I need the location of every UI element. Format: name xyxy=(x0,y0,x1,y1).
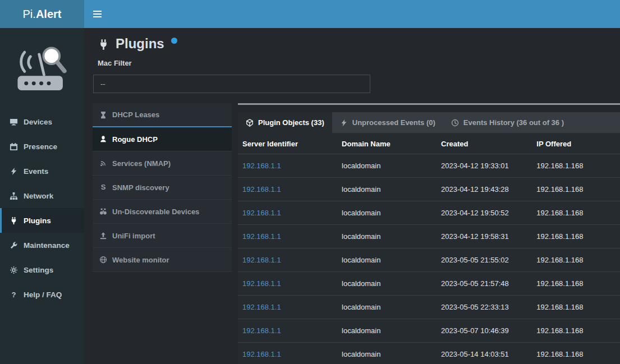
sidebar-item-help[interactable]: ? Help / FAQ xyxy=(0,282,84,307)
tab-label: Plugin Objects (33) xyxy=(258,118,324,127)
upload-icon xyxy=(99,232,107,239)
plugin-nav-label: Rogue DHCP xyxy=(112,135,158,144)
sidebar-item-network[interactable]: Network xyxy=(0,183,84,208)
globe-icon xyxy=(99,256,107,264)
cube-icon xyxy=(246,119,254,127)
mac-filter-select[interactable]: -- xyxy=(93,75,370,93)
column-header-created: Created xyxy=(437,133,532,154)
sitemap-icon xyxy=(10,192,18,200)
server-identifier-link[interactable]: 192.168.1.1 xyxy=(242,185,281,193)
sidebar-item-settings[interactable]: Settings xyxy=(0,257,84,282)
domain-name-cell: localdomain xyxy=(337,272,437,296)
plugin-objects-table: Server Identifier Domain Name Created IP… xyxy=(238,133,620,364)
bolt-icon xyxy=(10,167,18,176)
sidebar-item-presence[interactable]: Presence xyxy=(0,134,84,159)
plugins-content: DHCP Leases Rogue DHCP Services (NMAP) S… xyxy=(84,103,620,364)
plugin-nav-item-dhcp-leases[interactable]: DHCP Leases xyxy=(93,103,232,127)
ip-offered-cell: 192.168.1.168 xyxy=(532,201,620,225)
ip-offered-cell: 192.168.1.168 xyxy=(532,296,620,319)
domain-name-cell: localdomain xyxy=(337,343,437,364)
tab-unprocessed-events[interactable]: Unprocessed Events (0) xyxy=(332,112,443,133)
sidebar-item-label: Settings xyxy=(24,266,53,274)
created-cell: 2023-05-07 10:46:39 xyxy=(437,319,532,343)
calendar-icon xyxy=(10,142,18,151)
sidebar-item-label: Network xyxy=(24,192,53,200)
user-secret-icon xyxy=(99,135,107,143)
created-cell: 2023-05-05 21:55:02 xyxy=(437,248,532,272)
table-row: 192.168.1.1localdomain2023-04-12 19:58:3… xyxy=(238,225,620,248)
server-identifier-link[interactable]: 192.168.1.1 xyxy=(242,256,281,264)
page-header: Plugins xyxy=(84,28,620,56)
plug-icon xyxy=(10,216,18,225)
server-identifier-link[interactable]: 192.168.1.1 xyxy=(242,209,281,217)
table-row: 192.168.1.1localdomain2023-04-12 19:43:2… xyxy=(238,178,620,201)
ip-offered-cell: 192.168.1.168 xyxy=(532,248,620,272)
server-identifier-link[interactable]: 192.168.1.1 xyxy=(242,279,281,288)
ip-offered-cell: 192.168.1.168 xyxy=(532,225,620,248)
plugin-nav-label: Website monitor xyxy=(112,256,169,264)
sidebar-toggle-button[interactable] xyxy=(84,0,110,28)
sidebar-item-plugins[interactable]: Plugins xyxy=(0,208,84,233)
created-cell: 2023-04-12 19:50:52 xyxy=(437,201,532,225)
server-identifier-link[interactable]: 192.168.1.1 xyxy=(242,303,281,311)
hamburger-icon xyxy=(93,13,102,15)
ip-offered-cell: 192.168.1.168 xyxy=(532,154,620,178)
tab-label: Events History (36 out of 36 ) xyxy=(463,118,564,127)
sidebar-item-devices[interactable]: Devices xyxy=(0,109,84,134)
table-body: 192.168.1.1localdomain2023-04-12 19:33:0… xyxy=(238,154,620,364)
mac-filter-value: -- xyxy=(100,80,105,88)
question-icon: ? xyxy=(10,291,18,299)
table-row: 192.168.1.1localdomain2023-05-05 22:33:1… xyxy=(238,296,620,319)
ip-offered-cell: 192.168.1.168 xyxy=(532,319,620,343)
server-identifier-cell: 192.168.1.1 xyxy=(238,154,337,178)
sidebar-item-maintenance[interactable]: Maintenance xyxy=(0,233,84,257)
created-cell: 2023-04-12 19:58:31 xyxy=(437,225,532,248)
plugin-nav-item-website-monitor[interactable]: Website monitor xyxy=(93,248,232,272)
tab-bar: Plugin Objects (33) Unprocessed Events (… xyxy=(238,112,620,133)
plugin-nav: DHCP Leases Rogue DHCP Services (NMAP) S… xyxy=(93,103,232,272)
ip-offered-cell: 192.168.1.168 xyxy=(532,343,620,364)
sidebar-item-label: Maintenance xyxy=(24,241,70,250)
domain-name-cell: localdomain xyxy=(337,201,437,225)
plugin-nav-item-services-nmap[interactable]: Services (NMAP) xyxy=(93,151,232,176)
devices-icon xyxy=(10,118,18,126)
column-header-domain-name: Domain Name xyxy=(337,133,437,154)
created-cell: 2023-05-05 22:33:13 xyxy=(437,296,532,319)
plugin-nav-item-undiscoverable-devices[interactable]: Un-Discoverable Devices xyxy=(93,200,232,224)
sidebar-item-label: Events xyxy=(24,167,48,176)
info-badge-icon[interactable] xyxy=(171,38,177,44)
table-row: 192.168.1.1localdomain2023-04-12 19:50:5… xyxy=(238,201,620,225)
server-identifier-link[interactable]: 192.168.1.1 xyxy=(242,350,281,358)
tab-label: Unprocessed Events (0) xyxy=(352,118,435,127)
server-identifier-link[interactable]: 192.168.1.1 xyxy=(242,162,281,170)
binoculars-icon xyxy=(99,208,107,215)
server-identifier-cell: 192.168.1.1 xyxy=(238,248,337,272)
table-row: 192.168.1.1localdomain2023-05-14 14:03:5… xyxy=(238,343,620,364)
plug-icon xyxy=(98,39,109,50)
brand-logo[interactable]: Pi.Alert xyxy=(0,0,84,28)
plugin-nav-item-rogue-dhcp[interactable]: Rogue DHCP xyxy=(93,127,232,151)
server-identifier-link[interactable]: 192.168.1.1 xyxy=(242,232,281,241)
page-title: Plugins xyxy=(116,36,164,51)
created-cell: 2023-05-05 21:57:48 xyxy=(437,272,532,296)
table-header: Server Identifier Domain Name Created IP… xyxy=(238,133,620,154)
tab-plugin-objects[interactable]: Plugin Objects (33) xyxy=(238,112,332,133)
sidebar-item-label: Help / FAQ xyxy=(24,291,62,299)
server-identifier-cell: 192.168.1.1 xyxy=(238,201,337,225)
plugin-nav-label: Un-Discoverable Devices xyxy=(112,208,199,216)
wrench-icon xyxy=(10,241,18,250)
created-cell: 2023-04-12 19:33:01 xyxy=(437,154,532,178)
column-header-server-identifier: Server Identifier xyxy=(238,133,337,154)
sidebar-item-events[interactable]: Events xyxy=(0,159,84,183)
server-identifier-link[interactable]: 192.168.1.1 xyxy=(242,326,281,335)
plugin-nav-item-unifi-import[interactable]: UniFi import xyxy=(93,224,232,248)
server-identifier-cell: 192.168.1.1 xyxy=(238,225,337,248)
created-cell: 2023-04-12 19:43:28 xyxy=(437,178,532,201)
sidebar-item-label: Plugins xyxy=(24,216,51,225)
table-row: 192.168.1.1localdomain2023-04-12 19:33:0… xyxy=(238,154,620,178)
domain-name-cell: localdomain xyxy=(337,178,437,201)
server-identifier-cell: 192.168.1.1 xyxy=(238,343,337,364)
tab-events-history[interactable]: Events History (36 out of 36 ) xyxy=(443,112,572,133)
main-content: Plugins Mac Filter -- DHCP Leases Rogue … xyxy=(84,0,620,364)
plugin-nav-item-snmp-discovery[interactable]: S SNMP discovery xyxy=(93,176,232,200)
